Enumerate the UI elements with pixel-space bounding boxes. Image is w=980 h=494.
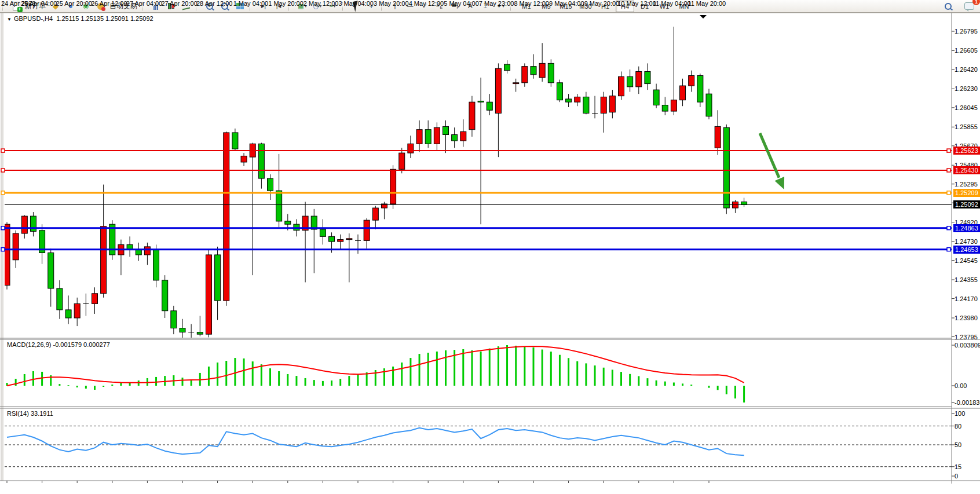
- level-price-label: 1.25430: [953, 166, 980, 174]
- bull-candle: [609, 96, 615, 112]
- rsi-axis-tick: 80: [955, 423, 961, 430]
- bull-candle: [224, 133, 229, 301]
- bull-candle: [513, 83, 519, 84]
- bear-candle: [180, 328, 185, 332]
- bear-candle: [162, 280, 168, 311]
- price-axis-tick: 1.26420: [955, 66, 978, 73]
- bear-candle: [487, 102, 492, 110]
- bear-candle: [662, 105, 668, 111]
- price-axis-tick: 1.23980: [955, 314, 978, 321]
- price-axis-tick: 1.26230: [955, 85, 978, 92]
- bear-candle: [30, 216, 36, 231]
- bear-candle: [653, 90, 659, 105]
- bear-candle: [531, 67, 536, 75]
- time-axis-label: 1 May 04:00: [233, 0, 269, 7]
- bull-candle: [619, 76, 624, 96]
- macd-axis-tick: 0.003809: [955, 342, 980, 349]
- bear-candle: [268, 178, 273, 191]
- time-axis-label: 28 Apr 12:00: [196, 0, 232, 7]
- bear-candle: [153, 250, 159, 280]
- time-axis-label: 7 May 23:00: [479, 0, 514, 7]
- line-handle: [1, 226, 5, 230]
- bear-candle: [329, 236, 335, 241]
- line-handle: [947, 149, 950, 152]
- bear-candle: [276, 191, 282, 221]
- time-axis-label: 3 May 20:00: [374, 0, 409, 7]
- time-axis-label: 8 May 12:00: [514, 0, 549, 7]
- rsi-axis-tick: 15: [955, 463, 961, 470]
- time-axis-label: 5 May 04:00: [444, 0, 479, 7]
- price-axis-tick: 1.26045: [955, 104, 978, 111]
- price-axis-tick: 1.25295: [955, 181, 978, 188]
- bear-candle: [65, 310, 71, 318]
- line-handle: [947, 226, 950, 230]
- chart-title: ▼GBPUSD-,H4 1.25115 1.25135 1.25091 1.25…: [7, 15, 153, 22]
- rsi-axis-tick: 100: [955, 410, 965, 417]
- bull-candle: [680, 86, 686, 100]
- price-axis-tick: 1.24170: [955, 295, 978, 302]
- price-axis-tick: 1.26605: [955, 47, 978, 54]
- bear-candle: [320, 229, 326, 236]
- bull-candle: [338, 240, 343, 242]
- bull-candle: [372, 208, 378, 220]
- level-price-label: 1.25209: [953, 189, 980, 197]
- line-handle: [1, 248, 5, 251]
- bear-candle: [478, 101, 484, 102]
- bear-candle: [706, 94, 712, 116]
- bear-candle: [697, 75, 703, 102]
- bull-candle: [575, 97, 580, 102]
- bear-candle: [723, 127, 729, 208]
- bull-candle: [416, 130, 422, 144]
- bull-candle: [92, 294, 98, 304]
- bear-candle: [136, 250, 141, 255]
- bear-candle: [645, 71, 650, 83]
- time-axis-label: 25 Apr 20:00: [56, 0, 92, 7]
- bull-candle: [346, 239, 352, 240]
- bull-candle: [434, 127, 440, 144]
- level-price-label: 1.24653: [953, 246, 980, 254]
- time-axis-label: 9 May 04:00: [549, 0, 584, 7]
- line-handle: [1, 191, 5, 195]
- time-axis-label: 25 Apr 04:00: [21, 0, 57, 7]
- time-axis-label: 27 Apr 04:00: [126, 0, 162, 7]
- bear-candle: [583, 97, 589, 113]
- bear-candle: [171, 311, 177, 328]
- bull-candle: [206, 255, 211, 334]
- time-axis-label: 3 May 04:00: [338, 0, 374, 7]
- rsi-indicator: [7, 428, 744, 455]
- bull-candle: [522, 67, 528, 83]
- time-axis-label: 10 May 12:00: [617, 0, 656, 7]
- level-price-label: 1.25623: [953, 147, 980, 155]
- bull-candle: [399, 153, 405, 169]
- bear-candle: [215, 255, 221, 301]
- price-axis-tick: 1.24545: [955, 257, 978, 264]
- price-axis-tick: 1.25855: [955, 123, 978, 130]
- mt4-window: 新订单 ◆ ● ◉ 自动交易 + - ▸| |◂ ▦▾ ◷▾ ≈▾: [0, 0, 980, 494]
- bull-candle: [21, 216, 27, 233]
- bull-candle: [636, 71, 642, 86]
- ohlc-values: 1.25115 1.25135 1.25091 1.25092: [56, 15, 153, 22]
- down-trend-arrow[interactable]: [760, 133, 784, 189]
- line-handle: [1, 169, 5, 172]
- chevron-down-icon[interactable]: ▼: [7, 17, 12, 22]
- chart-canvas[interactable]: [0, 0, 980, 494]
- time-axis-label: 9 May 20:00: [584, 0, 620, 7]
- bull-candle: [689, 75, 694, 86]
- line-handle: [947, 248, 950, 251]
- line-handle: [947, 169, 950, 172]
- bear-candle: [258, 144, 264, 178]
- time-axis-label: 26 Apr 12:00: [91, 0, 127, 7]
- level-price-label: 1.24863: [953, 224, 980, 232]
- price-axis-tick: 1.24355: [955, 276, 978, 283]
- bear-candle: [197, 332, 203, 335]
- bull-candle: [408, 144, 414, 153]
- bear-candle: [504, 64, 510, 71]
- macd-axis-tick: 0.00: [955, 382, 967, 389]
- symbol-label: GBPUSD-,H4: [14, 15, 53, 22]
- bull-candle: [241, 156, 247, 162]
- bull-candle: [601, 97, 606, 113]
- time-axis-label: 4 May 12:00: [409, 0, 444, 7]
- price-axis-tick: 1.23795: [955, 334, 978, 341]
- bull-candle: [539, 63, 545, 78]
- bear-candle: [548, 63, 554, 82]
